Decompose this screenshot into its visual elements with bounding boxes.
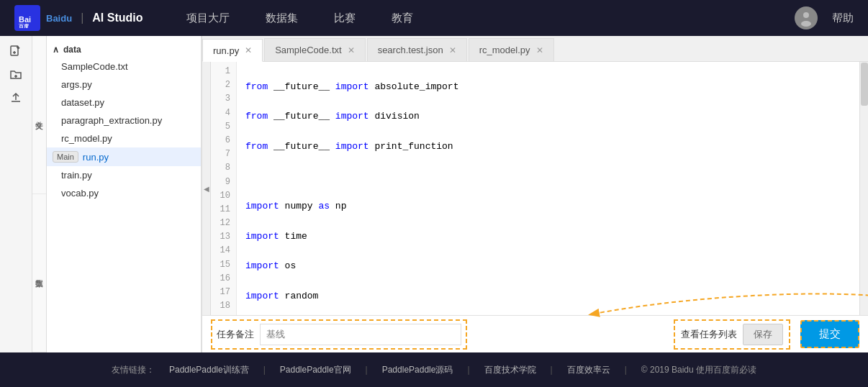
close-tab-search[interactable]: ✕ bbox=[449, 45, 456, 55]
new-folder-icon[interactable] bbox=[4, 65, 27, 85]
ai-studio-label: AI Studio bbox=[92, 12, 143, 24]
file-tree-root[interactable]: ∧ data bbox=[47, 42, 201, 58]
tab-rcmodel[interactable]: rc_model.py ✕ bbox=[469, 38, 554, 61]
new-file-icon[interactable] bbox=[4, 42, 27, 62]
file-samplecode[interactable]: SampleCode.txt bbox=[47, 58, 201, 76]
bottom-toolbar: 任务备注 查看任务列表 保存 提交 bbox=[202, 315, 868, 352]
file-tree: ∧ data SampleCode.txt args.py dataset.py… bbox=[47, 36, 202, 352]
footer-copyright: © 2019 Baidu 使用百度前必读 bbox=[641, 364, 756, 376]
logo-area: Bai 百度 Baidu | AI Studio bbox=[14, 5, 143, 31]
menu-datasets[interactable]: 数据集 bbox=[266, 12, 298, 25]
file-args[interactable]: args.py bbox=[47, 76, 201, 94]
baidu-text: Baidu bbox=[46, 13, 72, 24]
top-right: 帮助 bbox=[795, 6, 854, 29]
task-note-label: 任务备注 bbox=[217, 328, 254, 341]
file-vocab[interactable]: vocab.py bbox=[47, 184, 201, 202]
file-dataset[interactable]: dataset.py bbox=[47, 94, 201, 111]
close-tab-rcmodel[interactable]: ✕ bbox=[536, 45, 543, 55]
view-tasks-btn[interactable]: 查看任务列表 bbox=[681, 328, 737, 341]
code-line-numbers-block: 1 2 3 4 5 6 7 8 9 10 11 12 13 14 bbox=[211, 62, 859, 315]
editor-area: run.py ✕ SampleCode.txt ✕ search.test.js… bbox=[202, 36, 868, 352]
close-tab-samplecode[interactable]: ✕ bbox=[348, 45, 355, 55]
top-navigation: Bai 百度 Baidu | AI Studio 项目大厅 数据集 比赛 教育 … bbox=[0, 0, 868, 36]
footer-link-2[interactable]: PaddlePaddle官网 bbox=[280, 364, 351, 376]
scrollbar-thumb[interactable] bbox=[861, 63, 868, 106]
scrollbar[interactable] bbox=[859, 62, 868, 315]
svg-point-2 bbox=[803, 12, 809, 18]
svg-point-3 bbox=[801, 21, 811, 27]
line-numbers: 1 2 3 4 5 6 7 8 9 10 11 12 13 14 bbox=[211, 62, 237, 315]
close-tab-run[interactable]: ✕ bbox=[245, 45, 252, 55]
svg-text:百度: 百度 bbox=[19, 23, 30, 28]
section-labels: 文件夹 数据集 bbox=[32, 36, 47, 352]
baseline-input[interactable] bbox=[260, 324, 461, 345]
editor-tabs: run.py ✕ SampleCode.txt ✕ search.test.js… bbox=[202, 36, 868, 62]
submit-button[interactable]: 提交 bbox=[800, 320, 859, 348]
file-train[interactable]: train.py bbox=[47, 166, 201, 184]
files-label[interactable]: 文件夹 bbox=[32, 36, 46, 194]
footer-link-4[interactable]: 百度技术学院 bbox=[484, 364, 536, 376]
toolbar-icons bbox=[0, 36, 32, 352]
footer-link-3[interactable]: PaddlePaddle源码 bbox=[382, 364, 453, 376]
menu-projects[interactable]: 项目大厅 bbox=[186, 12, 230, 25]
avatar[interactable] bbox=[795, 6, 818, 29]
footer: 友情链接： PaddlePaddle训练营 | PaddlePaddle官网 |… bbox=[0, 352, 868, 387]
code-editor[interactable]: 1 2 3 4 5 6 7 8 9 10 11 12 13 14 bbox=[211, 62, 859, 315]
tab-samplecode[interactable]: SampleCode.txt ✕ bbox=[264, 38, 366, 61]
main-area: 文件夹 数据集 ∧ data SampleCode.txt args.py da… bbox=[0, 36, 868, 352]
file-paragraph[interactable]: paragraph_extraction.py bbox=[47, 111, 201, 129]
file-rcmodel[interactable]: rc_model.py bbox=[47, 129, 201, 147]
top-menu: 项目大厅 数据集 比赛 教育 bbox=[186, 12, 795, 25]
tab-search-json[interactable]: search.test.json ✕ bbox=[367, 38, 467, 61]
help-button[interactable]: 帮助 bbox=[832, 12, 854, 25]
code-wrapper: ◀ 1 2 3 4 5 6 7 8 9 10 11 bbox=[202, 62, 868, 315]
svg-text:Bai: Bai bbox=[19, 15, 31, 24]
menu-education[interactable]: 教育 bbox=[392, 12, 413, 25]
save-button[interactable]: 保存 bbox=[743, 324, 783, 345]
tab-run-py[interactable]: run.py ✕ bbox=[202, 39, 263, 62]
upload-icon[interactable] bbox=[4, 88, 27, 108]
menu-competition[interactable]: 比赛 bbox=[334, 12, 356, 25]
footer-prefix: 友情链接： bbox=[112, 364, 155, 376]
baidu-logo: Bai 百度 bbox=[14, 5, 40, 31]
main-badge: Main bbox=[53, 151, 78, 163]
collapse-panel[interactable]: ◀ bbox=[202, 62, 211, 315]
datasets-label[interactable]: 数据集 bbox=[32, 194, 46, 352]
task-note-area: 任务备注 bbox=[211, 319, 467, 350]
file-run-active[interactable]: Main run.py bbox=[47, 147, 201, 166]
left-panel: 文件夹 数据集 ∧ data SampleCode.txt args.py da… bbox=[0, 36, 202, 352]
footer-link-5[interactable]: 百度效率云 bbox=[567, 364, 610, 376]
action-buttons-area: 查看任务列表 保存 bbox=[674, 319, 790, 350]
footer-link-1[interactable]: PaddlePaddle训练营 bbox=[169, 364, 249, 376]
code-content-text: from __future__ import absolute_import f… bbox=[237, 62, 859, 315]
